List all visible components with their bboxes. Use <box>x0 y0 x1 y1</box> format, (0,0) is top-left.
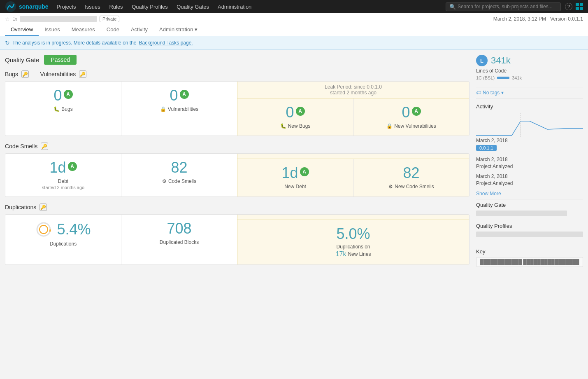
dup-blocks-cell: 708 Duplicated Blocks <box>121 215 237 264</box>
new-vulns-value: 0 <box>402 105 410 120</box>
loc-section: L 341k Lines of Code 1C (BSL) 341k <box>476 55 583 80</box>
key-section: Key <box>476 248 583 267</box>
bugs-label: 🐛 Bugs <box>14 106 113 112</box>
bugs-metric-cell: 0 A 🐛 Bugs <box>5 82 121 136</box>
quality-gate-label: Quality Gate <box>5 56 39 63</box>
dup-leak-content: 5.0% Duplications on 17k New Lines <box>237 220 469 264</box>
dup-circle-chart <box>35 221 52 238</box>
tab-code[interactable]: Code <box>101 24 125 36</box>
leak-metrics: 0 A 🐛 New Bugs 0 <box>237 98 469 136</box>
lock-icon: 🔒 <box>160 106 166 112</box>
new-debt-cell: 1d A New Debt <box>237 159 353 197</box>
banner-message: The analysis is in progress. More detail… <box>12 40 137 46</box>
duplications-section: Duplications 🔑 5.4% Dupl <box>5 204 469 265</box>
version-badge-0: 0.0.1.1 <box>476 145 497 151</box>
quality-gate-row: Quality Gate Passed <box>5 55 469 65</box>
new-bug-icon: 🐛 <box>280 123 286 129</box>
top-nav-links: Projects Issues Rules Quality Profiles Q… <box>57 4 259 10</box>
new-bugs-value: 0 <box>286 105 294 120</box>
quality-profiles-value-blurred <box>476 232 583 237</box>
debt-label: Debt <box>14 178 113 184</box>
search-icon: 🔍 <box>449 4 456 10</box>
bugs-metrics-container: 0 A 🐛 Bugs 0 A <box>5 81 469 136</box>
tags-row[interactable]: 🏷 No tags ▾ <box>476 90 583 96</box>
loc-value: 341k <box>491 55 511 66</box>
main-content: Quality Gate Passed Bugs 🔑 Vulnerabiliti… <box>5 55 469 374</box>
vulns-key-icon[interactable]: 🔑 <box>79 70 86 78</box>
logo[interactable]: sonarqube <box>5 1 49 12</box>
project-info: 🗂 ████ ██████ ███████ ███ Private <box>12 16 119 22</box>
sidebar-quality-profiles-label: Quality Profiles <box>476 223 583 229</box>
nav-administration[interactable]: Administration <box>218 4 251 10</box>
tab-measures[interactable]: Measures <box>66 24 101 36</box>
sidebar-quality-gate-label: Quality Gate <box>476 202 583 208</box>
banner-link[interactable]: Background Tasks page. <box>139 40 193 46</box>
code-smells-header: Code Smells 🔑 <box>5 143 469 150</box>
tab-issues[interactable]: Issues <box>39 24 66 36</box>
main-layout: Quality Gate Passed Bugs 🔑 Vulnerabiliti… <box>0 50 588 379</box>
tab-overview[interactable]: Overview <box>5 24 39 36</box>
nav-issues[interactable]: Issues <box>85 4 100 10</box>
bugs-title: Bugs <box>5 71 18 77</box>
sidebar-quality-profiles: Quality Profiles <box>476 223 583 237</box>
search-bar[interactable]: 🔍 <box>446 2 561 11</box>
grid-icon[interactable] <box>576 3 583 10</box>
nav-quality-profiles[interactable]: Quality Profiles <box>132 4 167 10</box>
tab-activity[interactable]: Activity <box>125 24 153 36</box>
code-smells-key-icon[interactable]: 🔑 <box>41 143 48 150</box>
new-vulns-cell: 0 A 🔒 New Vulnerabilities <box>353 98 469 136</box>
vulnerabilities-title: Vulnerabilities <box>40 71 76 77</box>
bugs-value: 0 <box>53 88 62 103</box>
code-smells-label: ⚙ Code Smells <box>130 178 229 184</box>
quality-gate-status: Passed <box>44 55 77 65</box>
leak-header: Leak Period: since 0.0.1.0 started 2 mon… <box>237 82 469 98</box>
key-label: Key <box>476 248 583 255</box>
sidebar-quality-gate: Quality Gate <box>476 202 583 216</box>
code-smells-leak-header <box>237 154 469 159</box>
dup-leak-percent: 5.0% <box>336 227 370 241</box>
tab-administration[interactable]: Administration ▾ <box>153 24 203 36</box>
duplications-container: 5.4% Duplications 708 Duplicated Blocks <box>5 214 469 265</box>
activity-desc-2: Project Analyzed <box>476 180 583 186</box>
code-smells-container: 1d A Debt started 2 months ago 82 ⚙ Code… <box>5 153 469 197</box>
debt-cell: 1d A Debt started 2 months ago <box>5 154 121 197</box>
dup-new-lines-value: 17k <box>336 250 346 258</box>
debt-value: 1d <box>49 160 66 175</box>
new-debt-grade: A <box>300 167 309 176</box>
nav-rules[interactable]: Rules <box>109 4 123 10</box>
help-icon[interactable]: ? <box>565 3 572 10</box>
tags-label: No tags ▾ <box>483 90 504 96</box>
search-input[interactable] <box>458 4 557 9</box>
activity-item-1: March 2, 2018 Project Analyzed <box>476 157 583 169</box>
duplications-header: Duplications 🔑 <box>5 204 469 211</box>
new-debt-value: 1d <box>281 166 298 180</box>
loc-legend: 1C (BSL) 341k <box>476 75 583 80</box>
key-input[interactable] <box>476 257 583 267</box>
loc-row: L 341k <box>476 55 583 66</box>
bugs-key-icon[interactable]: 🔑 <box>21 70 29 78</box>
divider-2 <box>476 98 583 98</box>
bugs-section: Bugs 🔑 Vulnerabilities 🔑 0 A 🐛 B <box>5 70 469 136</box>
activity-date-2: March 2, 2018 <box>476 173 583 179</box>
duplications-left: 5.4% Duplications 708 Duplicated Blocks <box>5 215 237 264</box>
code-smells-title: Code Smells <box>5 143 37 150</box>
sidebar: L 341k Lines of Code 1C (BSL) 341k 🏷 No … <box>476 55 583 374</box>
dup-label: Duplications <box>14 241 113 247</box>
code-smells-leak: 1d A New Debt 82 ⚙ <box>237 154 469 197</box>
nav-quality-gates[interactable]: Quality Gates <box>177 4 209 10</box>
duplications-key-icon[interactable]: 🔑 <box>40 204 47 211</box>
tab-bar: Overview Issues Measures Code Activity A… <box>5 24 583 36</box>
code-smells-left: 1d A Debt started 2 months ago 82 ⚙ Code… <box>5 154 237 197</box>
favorite-star[interactable]: ☆ <box>5 16 10 22</box>
nav-projects[interactable]: Projects <box>57 4 76 10</box>
new-bugs-label: 🐛 New Bugs <box>246 123 345 129</box>
bugs-metrics-left: 0 A 🐛 Bugs 0 A <box>5 82 237 136</box>
new-lock-icon: 🔒 <box>386 123 393 129</box>
top-navigation: sonarqube Projects Issues Rules Quality … <box>0 0 588 13</box>
debt-sub: started 2 months ago <box>14 185 113 190</box>
show-more-link[interactable]: Show More <box>476 191 501 197</box>
dup-blocks-value: 708 <box>167 221 191 236</box>
dup-leak-label: Duplications on <box>336 244 370 250</box>
loc-legend-value: 341k <box>512 75 522 80</box>
activity-title: Activity <box>476 103 583 110</box>
